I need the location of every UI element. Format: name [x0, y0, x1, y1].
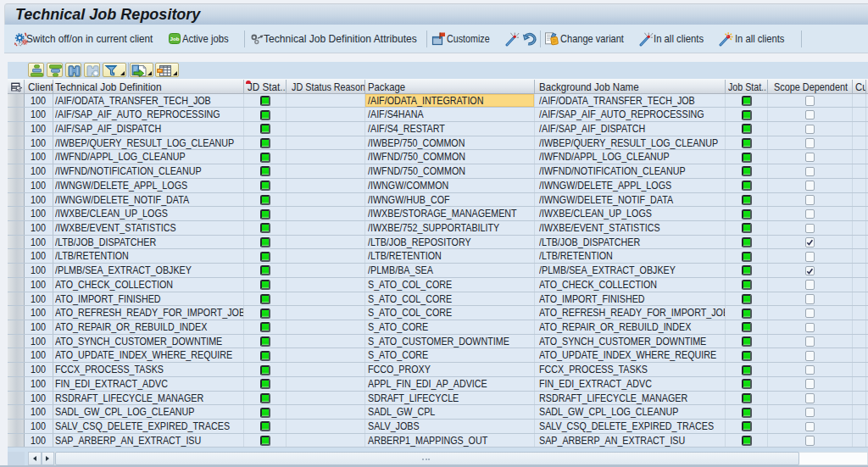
- svg-text:Job: Job: [170, 36, 179, 42]
